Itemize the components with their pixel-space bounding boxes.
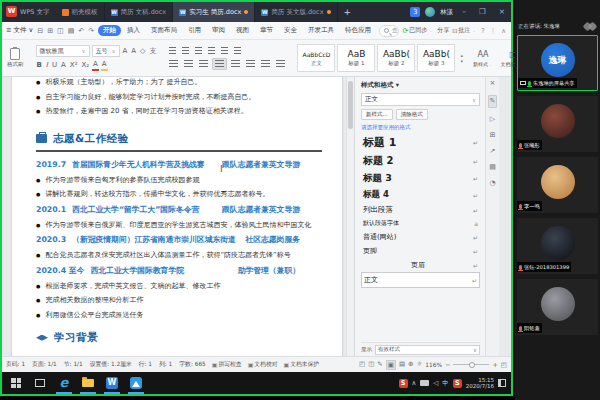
font-color-icon[interactable]: A [92, 59, 99, 71]
select-tool-icon[interactable]: ▷ [490, 115, 495, 124]
ribbon-tab-特色应用[interactable]: 特色应用 [340, 25, 376, 36]
shading-icon[interactable] [259, 59, 272, 69]
task-view-button[interactable] [28, 372, 52, 394]
distribute-icon[interactable] [229, 59, 242, 69]
close-doc-icon[interactable]: × [490, 79, 496, 88]
zoom-level[interactable]: 116% [425, 362, 442, 368]
tray-folder-icon[interactable] [420, 380, 429, 386]
ink-view-icon[interactable]: ✎ [377, 360, 382, 370]
border-icon[interactable] [274, 59, 287, 69]
new-style-button-panel[interactable]: 新样式... [361, 109, 393, 120]
bullet-list-icon[interactable] [167, 46, 178, 56]
preview-icon[interactable]: ▤ [67, 27, 76, 35]
ribbon-tab-审阅[interactable]: 审阅 [207, 25, 230, 36]
underline-icon[interactable]: U [51, 59, 58, 71]
save-icon[interactable]: ⊟ [36, 27, 44, 35]
char-scale-icon[interactable]: 支 [148, 45, 157, 57]
taskbar-explorer-icon[interactable] [76, 372, 100, 394]
redo-icon[interactable]: ↷ [87, 27, 95, 35]
zoom-out-button[interactable]: − [445, 361, 450, 369]
user-avatar[interactable] [425, 7, 435, 17]
share-tool-icon[interactable]: ↗ [490, 147, 496, 156]
participant-tile[interactable]: 李一鸣 [517, 157, 598, 213]
symbol-icon[interactable] [232, 46, 243, 56]
eye-protect-icon[interactable]: ☼ [417, 360, 423, 370]
user-name[interactable]: 林漾 [440, 8, 453, 17]
style-item-标题 3[interactable]: 标题 3↵ [361, 170, 480, 187]
new-tab-button[interactable]: + [338, 2, 358, 22]
indent-decrease-icon[interactable] [193, 46, 204, 56]
outline-view-icon[interactable]: ▤ [399, 360, 405, 370]
ribbon-tab-插入[interactable]: 插入 [122, 25, 145, 36]
status-toggle-文档校对[interactable]: ▣文档校对 [248, 360, 278, 369]
close-button[interactable]: × [495, 2, 509, 22]
bold-icon[interactable]: B [36, 59, 43, 71]
ribbon-tab-视图[interactable]: 视图 [231, 25, 254, 36]
align-justify-icon[interactable] [212, 58, 227, 70]
output-icon[interactable]: ⊞ [46, 27, 54, 35]
ribbon-tab-开始[interactable]: 开始 [98, 25, 121, 36]
print-icon[interactable]: ◫ [56, 27, 65, 35]
web-view-icon[interactable]: ⊕ [408, 360, 413, 370]
ribbon-tab-开发工具[interactable]: 开发工具 [303, 25, 339, 36]
ribbon-tab-章节[interactable]: 章节 [255, 25, 278, 36]
superscript-icon[interactable]: X² [69, 59, 79, 71]
zoom-knob[interactable] [469, 362, 475, 368]
number-list-icon[interactable] [180, 46, 191, 56]
history-tool-icon[interactable]: ◔ [489, 179, 495, 188]
style-item-标题 2[interactable]: 标题 2↵ [361, 152, 480, 170]
char-border-icon[interactable]: A [60, 59, 67, 71]
zoom-slider[interactable] [453, 364, 489, 365]
help-icon[interactable]: ? [480, 27, 485, 35]
ribbon-tab-引用[interactable]: 引用 [183, 25, 206, 36]
document-tab[interactable]: W简历 英文版.docx [255, 2, 337, 22]
participant-tile[interactable]: 逸琳朱逸琳的屏幕共享 [517, 35, 598, 91]
scrollbar-thumb[interactable] [348, 81, 353, 129]
style-preset-标题 3[interactable]: AaBb(标题 3 [417, 44, 455, 72]
taskbar-clock[interactable]: 15:15 2020/7/16 [466, 377, 494, 390]
volume-icon[interactable]: ◁ [433, 379, 438, 387]
restore-button[interactable]: ❐ [475, 2, 490, 22]
increase-font-icon[interactable]: A [122, 45, 129, 57]
font-name-select[interactable]: 微软雅黑∨ [36, 45, 90, 57]
participant-tile[interactable]: 张钰-2018301399 [517, 218, 598, 274]
line-spacing-icon[interactable] [244, 59, 257, 69]
style-item-普通(网站)[interactable]: 普通(网站)↵ [361, 230, 480, 244]
pen-tool-icon[interactable]: ✎ [488, 95, 498, 108]
taskbar-edge-icon[interactable]: e [52, 372, 76, 394]
style-item-默认段落字体[interactable]: 默认段落字体a [361, 217, 480, 230]
document-tab[interactable]: 稻壳模板 [56, 2, 105, 22]
clear-format-button[interactable]: 清除格式 [396, 109, 428, 120]
style-item-列出段落[interactable]: 列出段落↵ [361, 203, 480, 217]
document-page[interactable]: ●积极乐观（主动型），乐于助力；为了 提升自己。●自主学习能力良好，能够制定学习… [12, 77, 342, 356]
document-tab[interactable]: W简历 文稿.docx [105, 2, 174, 22]
file-menu[interactable]: ≡ 文件 ∨ [6, 26, 33, 35]
highlight-icon[interactable]: A [101, 59, 108, 71]
collapse-ribbon-icon[interactable]: ∧ [500, 27, 507, 35]
decrease-font-icon[interactable]: A [130, 45, 137, 57]
undo-icon[interactable]: ↶ [77, 27, 85, 35]
bookmark-tool-icon[interactable]: ⊞ [490, 131, 496, 140]
align-center-icon[interactable] [182, 59, 195, 69]
outline-tool-icon[interactable]: ▤ [489, 163, 496, 172]
ribbon-tab-安全[interactable]: 安全 [279, 25, 302, 36]
ribbon-tab-页面布局[interactable]: 页面布局 [146, 25, 182, 36]
fullscreen-view-icon[interactable]: ◰ [359, 360, 365, 370]
paste-button[interactable]: 格式刷 [5, 48, 26, 68]
page-view-icon[interactable]: ▣ [386, 360, 396, 370]
format-painter-button[interactable]: 格式刷 [7, 61, 24, 68]
show-styles-select[interactable]: 有效样式∨ [375, 345, 480, 355]
style-preset-标题 2[interactable]: AaBb(标题 2 [377, 44, 415, 72]
wrap-icon[interactable] [219, 46, 230, 56]
sogou-tray-icon[interactable]: S [399, 379, 408, 388]
document-scrollbar[interactable] [346, 77, 354, 356]
action-center-icon[interactable] [498, 379, 506, 387]
align-right-icon[interactable] [197, 59, 210, 69]
share-button[interactable]: 分享 [437, 26, 449, 35]
comment-button[interactable]: ⊡批注﹒ [452, 26, 477, 35]
collaborator-badge[interactable]: 3 [410, 7, 420, 17]
sogou-ime-icon[interactable]: S [453, 379, 462, 388]
taskbar-meeting-icon[interactable] [124, 372, 148, 394]
new-style-button[interactable]: AA新样式﹒ [470, 50, 496, 67]
style-item-正文[interactable]: 正文↵ [361, 272, 480, 288]
